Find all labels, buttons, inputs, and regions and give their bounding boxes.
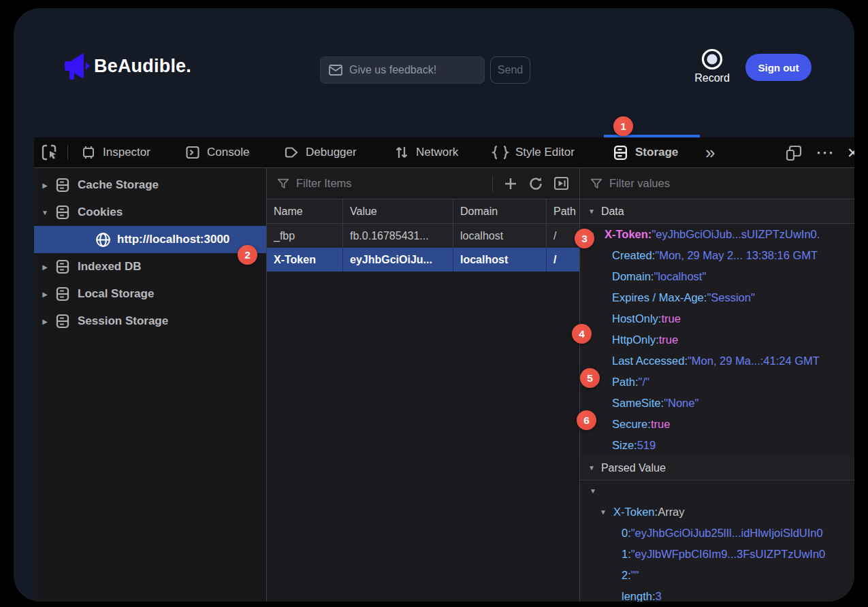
record-button[interactable]: Record [690,48,734,84]
tree-row-expires[interactable]: Expires / Max-Age:"Session" [580,287,854,308]
parsed-value-tree: ▼ ▼ X-Token:Array 0:"eyJhbGciOiJub25lIl.… [580,480,854,602]
filter-items-input[interactable]: Filter Items [296,177,352,190]
send-button[interactable]: Send [490,56,530,84]
node-expander-icon[interactable]: ▼ [600,508,607,516]
expander-expanded-icon[interactable]: ▼ [39,209,50,216]
tree-value: "eyJhbGciOiJub25lIl...idHlwIjoiSldUIn0 [631,527,823,540]
devtools-body: ▶ Cache Storage ▼ Cookies [34,168,854,602]
tree-value: true [651,418,670,431]
tree-row-x-token[interactable]: ▼ X-Token:"eyJhbGciOiJub...sUIZPTzUwIn0. [580,224,854,245]
network-icon [393,144,410,161]
tab-label: Console [207,146,249,159]
expander-collapsed-icon[interactable]: ▶ [39,182,50,189]
refresh-button[interactable] [526,174,546,194]
double-chevron-icon: » [705,144,715,161]
section-expander-icon[interactable]: ▼ [588,464,595,472]
devtools-menu-button[interactable]: ⋯ [816,137,834,167]
tree-row-samesite[interactable]: SameSite:"None" [580,393,854,414]
element-picker-button[interactable] [41,137,59,167]
storage-type-icon [54,259,71,275]
expander-collapsed-icon[interactable]: ▶ [39,263,50,271]
cookie-row-x-token[interactable]: X-Token eyJhbGciOiJu... localhost / [267,248,579,272]
devtools-close-button[interactable]: ✕ [847,137,854,167]
tree-row-hostonly[interactable]: HostOnly:true [580,308,854,329]
sidebar-item-label: Cookies [78,206,123,219]
annotation-badge-2: 2 [238,245,257,265]
tree-key: X-Token: [613,506,658,519]
add-item-button[interactable] [500,174,521,194]
tree-value: "/" [639,376,649,389]
tab-storage[interactable]: Storage [612,137,678,167]
tree-value: Array [658,506,684,519]
tree-row-created[interactable]: Created:"Mon, 29 May 2... 13:38:16 GMT [580,245,854,266]
tab-network[interactable]: Network [393,137,458,167]
annotation-badge-3: 3 [575,229,594,248]
data-section-header[interactable]: ▼ Data [580,199,854,224]
tree-row-array-1[interactable]: 1:"eyJlbWFpbCI6Im9...3FsUIZPTzUwIn0 [580,544,854,565]
more-tabs-button[interactable]: » [705,137,715,167]
annotation-badge-4: 4 [572,324,592,344]
sidebar-item-indexed-db[interactable]: ▶ Indexed DB [34,253,266,280]
filter-values-input[interactable]: Filter values [609,177,670,190]
table-toolbar: Filter Items [267,168,579,199]
tree-row-domain[interactable]: Domain:"localhost" [580,266,854,287]
tab-inspector[interactable]: Inspector [80,137,150,167]
storage-type-icon [54,286,71,302]
cell-value: fb.0.16785431... [343,224,453,248]
cell-value: eyJhbGciOiJu... [343,248,453,272]
tab-console[interactable]: Console [184,137,249,167]
close-icon: ✕ [847,146,854,160]
column-header-value[interactable]: Value [343,199,453,223]
sidebar-item-session-storage[interactable]: ▶ Session Storage [34,308,266,335]
tab-debugger[interactable]: Debugger [283,137,357,167]
expander-collapsed-icon[interactable]: ▶ [39,318,50,325]
tab-label: Inspector [103,146,150,159]
tree-row-httponly[interactable]: HttpOnly:true [580,329,854,350]
column-header-domain[interactable]: Domain [453,199,547,223]
tree-row-size[interactable]: Size:519 [580,435,854,456]
parsed-value-section-header[interactable]: ▼ Parsed Value [580,456,854,480]
sidebar-item-local-storage[interactable]: ▶ Local Storage [34,280,266,308]
tree-value: "eyJlbWFpbCI6Im9...3FsUIZPTzUwIn0 [631,548,826,561]
tab-style-editor[interactable]: Style Editor [492,137,575,167]
cookies-table-pane: Filter Items [267,168,580,602]
tree-row-array-length[interactable]: length:3 [580,586,854,602]
table-header-row: Name Value Domain Path [267,199,579,224]
responsive-design-icon [785,144,803,162]
sidebar-item-cookies[interactable]: ▼ Cookies [34,199,266,226]
section-expander-icon[interactable]: ▼ [588,208,595,215]
cookie-row-fbp[interactable]: _fbp fb.0.16785431... localhost / [267,224,579,248]
tree-row-array-0[interactable]: 0:"eyJhbGciOiJub25lIl...idHlwIjoiSldUIn0 [580,523,854,544]
filter-icon [590,177,603,191]
responsive-design-button[interactable] [785,137,803,167]
sidebar-item-label: Local Storage [78,287,154,301]
tree-row-path[interactable]: Path:"/" [580,372,854,393]
tree-row-parsed-root[interactable]: ▼ [580,480,854,502]
storage-type-icon [54,177,71,193]
tree-value: 3 [656,590,662,602]
sign-out-button[interactable]: Sign out [745,54,811,81]
devtools-panel: Inspector Console Debugger [34,137,854,602]
run-button[interactable] [551,174,571,194]
cell-domain: localhost [453,248,547,272]
tree-row-secure[interactable]: Secure:true [580,414,854,435]
plus-icon [502,176,519,192]
tree-row-x-token-array[interactable]: ▼ X-Token:Array [580,502,854,523]
feedback-field-wrap [320,56,485,84]
tabbar-separator [67,145,68,160]
tree-row-array-2[interactable]: 2:"" [580,565,854,586]
table-toolbar-actions [492,174,571,194]
expander-collapsed-icon[interactable]: ▶ [39,291,50,298]
column-header-path[interactable]: Path [547,199,579,223]
sidebar-item-cache-storage[interactable]: ▶ Cache Storage [34,171,266,199]
tree-key: 1: [622,548,631,561]
section-title: Data [601,206,624,218]
cell-name: _fbp [267,224,343,248]
sidebar-item-localhost-cookies[interactable]: http://localhost:3000 [34,226,266,253]
sidebar-item-label: http://localhost:3000 [117,233,229,246]
tree-row-last-accessed[interactable]: Last Accessed:"Mon, 29 Ma...:41:24 GMT [580,350,854,372]
column-header-name[interactable]: Name [267,199,343,223]
feedback-input[interactable] [320,56,485,84]
envelope-icon [329,64,342,76]
node-expander-icon[interactable]: ▼ [590,487,596,495]
